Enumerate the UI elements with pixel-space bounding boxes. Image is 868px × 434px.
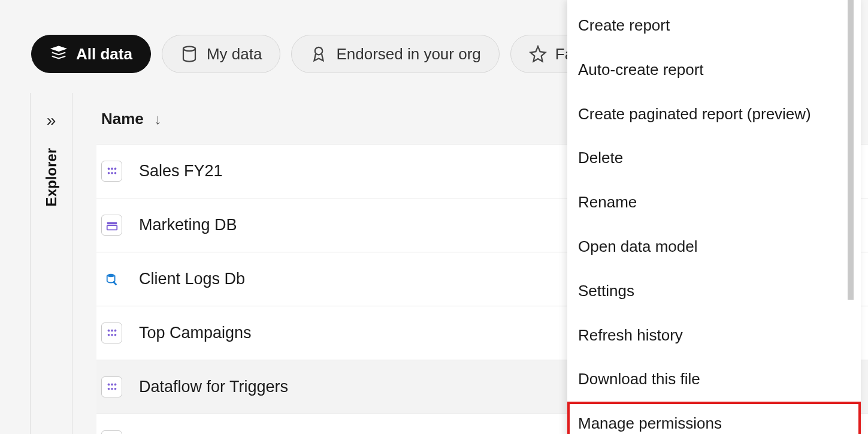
explorer-column: » Explorer (31, 93, 72, 434)
ribbon-icon (310, 45, 328, 63)
row-name: Daily Sales (139, 432, 220, 434)
svg-rect-9 (107, 225, 117, 230)
sql-icon (101, 269, 122, 290)
svg-point-0 (183, 47, 195, 52)
svg-point-4 (114, 167, 116, 170)
star-icon (529, 45, 547, 63)
dataset-icon (101, 161, 122, 182)
svg-point-3 (111, 167, 113, 170)
menu-delete[interactable]: Delete (567, 136, 861, 180)
svg-point-22 (114, 387, 116, 390)
svg-point-6 (111, 171, 113, 174)
svg-point-17 (107, 383, 110, 385)
filter-my-data[interactable]: My data (162, 35, 281, 73)
row-name: Marketing DB (139, 216, 237, 234)
svg-point-13 (114, 329, 116, 331)
datamart-icon (101, 215, 122, 236)
menu-auto-create-report[interactable]: Auto-create report (567, 48, 861, 92)
svg-point-14 (107, 333, 110, 336)
stack-icon (50, 45, 68, 63)
row-name: Dataflow for Triggers (139, 378, 288, 396)
svg-point-20 (107, 387, 110, 390)
menu-create-paginated-report[interactable]: Create paginated report (preview) (567, 92, 861, 137)
menu-settings[interactable]: Settings (567, 269, 861, 314)
expand-icon[interactable]: » (47, 111, 56, 130)
menu-open-data-model[interactable]: Open data model (567, 225, 861, 269)
context-menu: Create report Auto-create report Create … (567, 0, 861, 434)
scrollbar-thumb[interactable] (848, 0, 854, 300)
svg-point-7 (114, 171, 116, 174)
svg-point-5 (107, 171, 110, 174)
svg-point-15 (111, 333, 113, 336)
svg-point-16 (114, 333, 116, 336)
dataset-icon (101, 323, 122, 343)
svg-point-21 (111, 387, 113, 390)
menu-manage-permissions[interactable]: Manage permissions (567, 402, 861, 434)
filter-all-data[interactable]: All data (31, 35, 151, 73)
menu-create-report[interactable]: Create report (567, 4, 861, 48)
menu-refresh-history[interactable]: Refresh history (567, 314, 861, 358)
header-text: Name (101, 110, 144, 128)
svg-point-12 (111, 329, 113, 331)
svg-point-10 (107, 273, 114, 277)
filter-endorsed[interactable]: Endorsed in your org (291, 35, 499, 73)
sort-down-icon: ↓ (155, 111, 162, 128)
filter-label: All data (76, 45, 132, 64)
menu-download-file[interactable]: Download this file (567, 357, 861, 402)
filter-label: Endorsed in your org (336, 45, 480, 64)
scrollbar[interactable] (848, 0, 854, 300)
dataset-icon (101, 376, 122, 397)
svg-point-2 (107, 167, 110, 170)
svg-point-19 (114, 383, 116, 385)
svg-point-1 (315, 47, 323, 55)
report-icon (101, 430, 122, 434)
explorer-label: Explorer (43, 148, 60, 206)
row-name: Client Logs Db (139, 270, 245, 288)
svg-point-11 (107, 329, 110, 331)
row-name: Sales FY21 (139, 162, 223, 180)
row-name: Top Campaigns (139, 324, 252, 342)
svg-point-18 (111, 383, 113, 385)
cylinder-icon (180, 45, 198, 63)
menu-rename[interactable]: Rename (567, 180, 861, 225)
filter-label: My data (207, 45, 262, 64)
svg-rect-8 (107, 222, 117, 224)
